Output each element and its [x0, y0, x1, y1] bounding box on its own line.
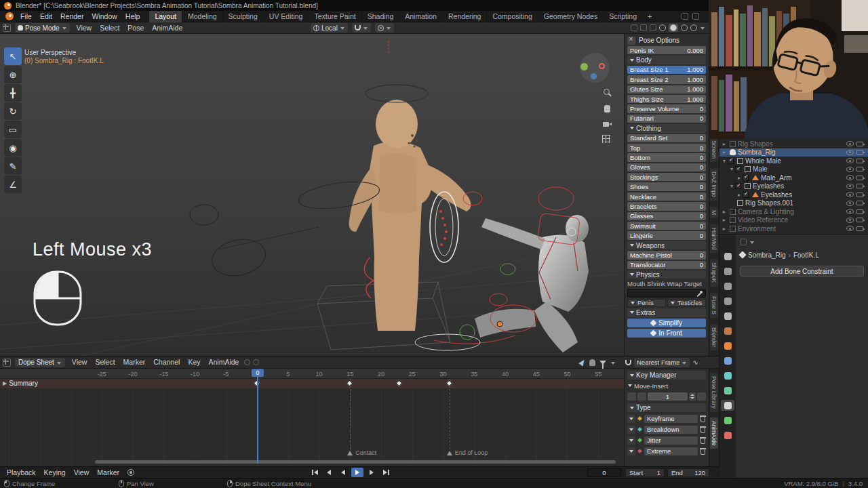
- dope-sidebar-tab[interactable]: AnimAide: [710, 418, 718, 449]
- snap-mode-dropdown[interactable]: Nearest Frame: [634, 358, 690, 367]
- menubar-menu[interactable]: Help: [121, 11, 144, 22]
- navigation-gizmo[interactable]: [580, 53, 610, 83]
- playhead[interactable]: 0: [252, 369, 264, 377]
- collection-checkbox[interactable]: [743, 175, 749, 181]
- delete-icon[interactable]: [700, 437, 706, 444]
- render-visibility-icon[interactable]: [856, 201, 863, 205]
- workspace-tab[interactable]: Shading: [362, 11, 400, 22]
- hide-eye-icon[interactable]: [846, 226, 854, 231]
- sidebar-tab[interactable]: Screen: [710, 137, 718, 162]
- keytype-dropdown[interactable]: [627, 436, 635, 445]
- render-visibility-icon[interactable]: [856, 226, 863, 231]
- overlays-icon[interactable]: [640, 24, 647, 31]
- viewport-menu[interactable]: View: [73, 22, 96, 34]
- tool-button[interactable]: [4, 47, 22, 65]
- viewport-menu[interactable]: AnimAide: [148, 22, 186, 34]
- section-clothing[interactable]: Clothing: [627, 124, 706, 132]
- outliner-row[interactable]: ▾ Eyelashes: [719, 182, 868, 191]
- properties-tab[interactable]: [721, 310, 734, 321]
- tool-button[interactable]: [4, 176, 22, 193]
- dope-sheet-canvas[interactable]: ▶ Summary Contact End of Loop: [0, 379, 624, 467]
- transform-orientation-dropdown[interactable]: Local: [311, 23, 348, 33]
- tool-button[interactable]: [4, 157, 22, 175]
- in-front-button[interactable]: In Front: [627, 329, 706, 338]
- scene-icon[interactable]: [682, 13, 688, 20]
- sidebar-tab[interactable]: HairMod: [710, 224, 718, 253]
- rig-slider[interactable]: Bracelets 0: [627, 202, 706, 210]
- play-reverse-button[interactable]: [337, 468, 349, 477]
- snap-magnet-icon[interactable]: [625, 360, 631, 365]
- expand-arrow-icon[interactable]: ▸: [736, 192, 743, 198]
- zoom-icon[interactable]: [602, 88, 612, 98]
- solid-shading-icon[interactable]: [670, 24, 677, 31]
- hide-eye-icon[interactable]: [846, 201, 854, 206]
- tool-button[interactable]: [4, 66, 22, 83]
- keytype-dropdown[interactable]: [627, 426, 635, 434]
- properties-tab[interactable]: [721, 266, 734, 277]
- rig-slider[interactable]: Glasses 0: [627, 212, 706, 220]
- wireframe-shading-icon[interactable]: [659, 24, 666, 31]
- properties-tab[interactable]: [721, 296, 734, 306]
- properties-tab[interactable]: [721, 355, 734, 366]
- properties-tab[interactable]: [721, 325, 734, 336]
- expand-arrow-icon[interactable]: ▶: [3, 380, 7, 386]
- expand-arrow-icon[interactable]: ▾: [721, 158, 728, 164]
- snap-toggle[interactable]: [352, 23, 371, 33]
- auto-key-record-icon[interactable]: [127, 469, 134, 476]
- dope-menu[interactable]: View: [68, 357, 92, 368]
- outliner-row[interactable]: ▾ Male: [719, 165, 868, 174]
- proportional-edit-toggle[interactable]: [375, 23, 394, 33]
- simplify-button[interactable]: Simplify: [627, 319, 706, 327]
- section-physics[interactable]: Physics: [627, 270, 706, 279]
- pan-hand-icon[interactable]: [602, 104, 612, 114]
- hide-eye-icon[interactable]: [846, 158, 854, 163]
- timeline-menu[interactable]: Marker: [93, 467, 123, 479]
- rig-slider[interactable]: Futanari 0: [627, 115, 706, 123]
- hide-eye-icon[interactable]: [846, 150, 854, 155]
- next-keyframe-button[interactable]: [366, 468, 378, 477]
- timeline-menu[interactable]: Keying: [40, 467, 70, 479]
- dope-menu[interactable]: Select: [91, 357, 119, 368]
- play-button[interactable]: [351, 468, 363, 477]
- properties-tab[interactable]: [721, 415, 734, 426]
- workspace-tab[interactable]: UV Editing: [264, 11, 309, 22]
- axis-x-icon[interactable]: [599, 63, 605, 69]
- hide-eye-icon[interactable]: [846, 209, 854, 214]
- outliner-row[interactable]: ▸ Rig Shapes: [719, 140, 868, 148]
- previous-keyframe-button[interactable]: [323, 468, 335, 477]
- delete-icon[interactable]: [700, 448, 706, 455]
- timeline-marker[interactable]: Contact: [347, 449, 376, 456]
- rig-slider[interactable]: Breast Size 2 1.000: [627, 75, 706, 83]
- hide-eye-icon[interactable]: [846, 218, 854, 223]
- collection-checkbox[interactable]: [735, 166, 741, 172]
- menubar-menu[interactable]: Render: [56, 11, 87, 22]
- rig-slider[interactable]: Swimsuit 0: [627, 222, 706, 230]
- dope-menu[interactable]: Channel: [149, 357, 184, 368]
- add-workspace-button[interactable]: +: [643, 11, 656, 22]
- hide-eye-icon[interactable]: [846, 141, 854, 146]
- view-layer-icon[interactable]: [692, 13, 699, 20]
- timeline-ruler[interactable]: -25-20-15-10-5510152025303540455055: [0, 369, 624, 379]
- hide-eye-icon[interactable]: [846, 175, 854, 180]
- workspace-tab[interactable]: Modeling: [182, 11, 223, 22]
- properties-tab[interactable]: [721, 400, 734, 411]
- jump-to-end-button[interactable]: [380, 468, 392, 477]
- render-visibility-icon[interactable]: [856, 159, 863, 163]
- dope-menu[interactable]: AnimAide: [204, 357, 243, 368]
- rig-slider[interactable]: Bottom 0: [627, 153, 706, 161]
- keytype-dropdown[interactable]: [627, 415, 635, 423]
- rig-slider[interactable]: Machine Pistol 0: [627, 251, 706, 259]
- rig-slider[interactable]: Lingerie 0: [627, 231, 706, 239]
- render-visibility-icon[interactable]: [856, 176, 863, 180]
- expand-arrow-icon[interactable]: ▾: [728, 183, 735, 189]
- rig-slider[interactable]: Gloves 0: [627, 163, 706, 171]
- properties-tab[interactable]: [721, 370, 734, 381]
- keytype-button[interactable]: Jitter: [644, 436, 698, 445]
- rig-slider[interactable]: Standard Set 0: [627, 134, 706, 142]
- ghost-icon[interactable]: [589, 359, 595, 366]
- tool-button[interactable]: [4, 84, 22, 102]
- rig-slider[interactable]: Shoes 0: [627, 182, 706, 190]
- keytype-button[interactable]: Breakdown: [644, 426, 698, 434]
- xray-icon[interactable]: [650, 24, 656, 31]
- outliner-row[interactable]: Rig Shapes.001: [719, 199, 868, 208]
